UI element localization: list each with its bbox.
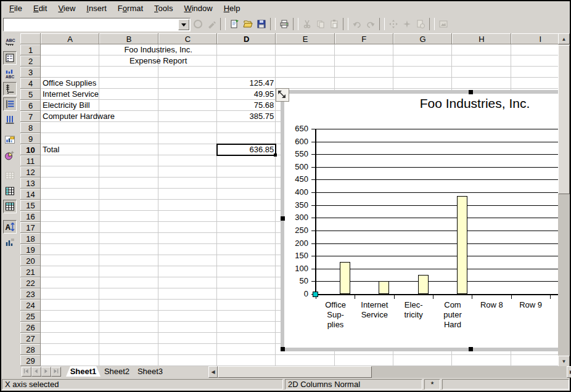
row-header-3[interactable]: 3 [20,67,41,78]
y-axis-label[interactable]: 200 [285,239,308,248]
cell-fill-handle[interactable] [274,153,277,157]
open-button[interactable] [241,17,255,31]
y-axis-label[interactable]: 350 [285,200,308,210]
x-axis-category-label[interactable]: Office Sup- plies [316,300,355,330]
column-header-D[interactable]: D [217,33,276,44]
menu-tools[interactable]: Tools [149,2,178,14]
horizontal-scrollbar-thumb[interactable] [218,366,372,378]
sheet-tab-sheet3[interactable]: Sheet3 [133,366,167,377]
vertical-grid-button[interactable] [3,113,17,126]
column-header-H[interactable]: H [452,33,511,44]
row-header-27[interactable]: 27 [20,333,41,344]
chart-selection-handle[interactable] [281,347,285,351]
row-header-14[interactable]: 14 [20,189,41,200]
row-header-22[interactable]: 22 [20,277,41,288]
chart-bar[interactable] [340,262,350,294]
column-header-C[interactable]: C [158,33,217,44]
chart-selection-handle[interactable] [281,216,285,221]
chart-selection-handle[interactable] [469,347,473,351]
horizontal-scrollbar[interactable]: ◀ ▶ [208,366,571,378]
print-button[interactable] [277,17,291,31]
menu-insert[interactable]: Insert [81,2,112,14]
chart-type-button[interactable] [3,133,17,147]
row-header-10[interactable]: 10 [20,144,41,155]
y-axis-label[interactable]: 400 [285,187,308,197]
cell-A7[interactable]: Computer Hardware [41,111,99,122]
chart-bar[interactable] [418,275,429,294]
cell-A5[interactable]: Internet Service [41,89,99,100]
row-header-1[interactable]: 1 [20,44,41,55]
scroll-right-button[interactable]: ▶ [567,366,571,378]
axis-selection-handle[interactable] [313,292,318,297]
select-all-corner[interactable] [20,33,41,44]
y-axis-label[interactable]: 0 [285,289,308,299]
row-header-18[interactable]: 18 [20,233,41,244]
y-axis-label[interactable]: 300 [285,213,308,223]
row-header-2[interactable]: 2 [20,55,41,67]
vertical-scrollbar[interactable]: ▲ ▼ [558,33,570,369]
y-axis-label[interactable]: 600 [285,137,308,147]
save-button[interactable] [255,17,268,31]
url-combo-box[interactable] [3,18,191,31]
column-header-G[interactable]: G [393,33,452,44]
column-header-A[interactable]: A [41,33,99,44]
row-header-5[interactable]: 5 [20,89,41,100]
menu-window[interactable]: Window [178,2,218,14]
row-header-9[interactable]: 9 [20,133,41,144]
x-axis-category-label[interactable]: Internet Service [355,300,394,320]
row-header-4[interactable]: 4 [20,78,41,89]
cell-B2[interactable]: Expense Report [99,55,217,67]
reorganize-chart-button[interactable] [3,235,17,249]
titles-on-off-button[interactable]: ABC [3,36,17,49]
axes-title-on-off-button[interactable]: ABC [3,67,17,80]
sheet-nav-next-button[interactable] [41,367,51,377]
chart-title[interactable]: Foo Industries, Inc. [376,96,558,111]
new-document-button[interactable] [228,17,241,31]
combo-dropdown-button[interactable] [178,19,189,30]
cell-A6[interactable]: Electricity Bill [41,100,99,111]
sheet-nav-last-button[interactable] [51,367,61,377]
row-header-20[interactable]: 20 [20,255,41,266]
x-axis-category-label[interactable]: Row 8 [472,300,511,310]
row-header-16[interactable]: 16 [20,211,41,222]
row-header-6[interactable]: 6 [20,100,41,111]
y-axis-label[interactable]: 550 [285,149,308,159]
row-header-11[interactable]: 11 [20,155,41,166]
row-header-24[interactable]: 24 [20,300,41,311]
row-header-21[interactable]: 21 [20,266,41,277]
horizontal-grid-button[interactable] [3,97,17,111]
x-axis-category-label[interactable]: Elec- tricity [394,300,433,320]
row-header-23[interactable]: 23 [20,288,41,300]
menu-format[interactable]: Format [112,2,149,14]
menu-edit[interactable]: Edit [28,2,52,14]
x-axis-line[interactable] [316,294,558,295]
data-in-columns-button[interactable] [3,200,17,213]
column-header-E[interactable]: E [276,33,334,44]
cell-B1[interactable]: Foo Industries, Inc. [99,44,217,55]
scroll-left-button[interactable]: ◀ [208,366,218,378]
row-header-7[interactable]: 7 [20,111,41,122]
row-header-28[interactable]: 28 [20,344,41,355]
chart-bar[interactable] [379,281,389,294]
cell-D7[interactable]: 385.75 [217,111,276,122]
sheet-nav-first-button[interactable] [22,367,31,377]
menu-view[interactable]: View [52,2,81,14]
y-axis-label[interactable]: 100 [285,264,308,274]
cell-D4[interactable]: 125.47 [217,78,276,89]
row-header-19[interactable]: 19 [20,244,41,255]
column-header-I[interactable]: I [511,33,558,44]
vertical-scrollbar-thumb[interactable] [558,45,570,194]
row-header-8[interactable]: 8 [20,122,41,133]
y-axis-label[interactable]: 50 [285,276,308,286]
row-header-15[interactable]: 15 [20,200,41,211]
scale-text-button[interactable]: A [3,220,17,234]
cell-A10[interactable]: Total [41,144,99,155]
chart-selection-handle[interactable] [469,90,473,94]
row-header-13[interactable]: 13 [20,178,41,189]
axis-descriptions-button[interactable] [3,82,17,96]
column-header-F[interactable]: F [335,33,393,44]
y-axis-label[interactable]: 150 [285,251,308,261]
y-axis-label[interactable]: 650 [285,124,308,134]
row-header-17[interactable]: 17 [20,222,41,233]
y-axis-line[interactable] [315,129,316,295]
